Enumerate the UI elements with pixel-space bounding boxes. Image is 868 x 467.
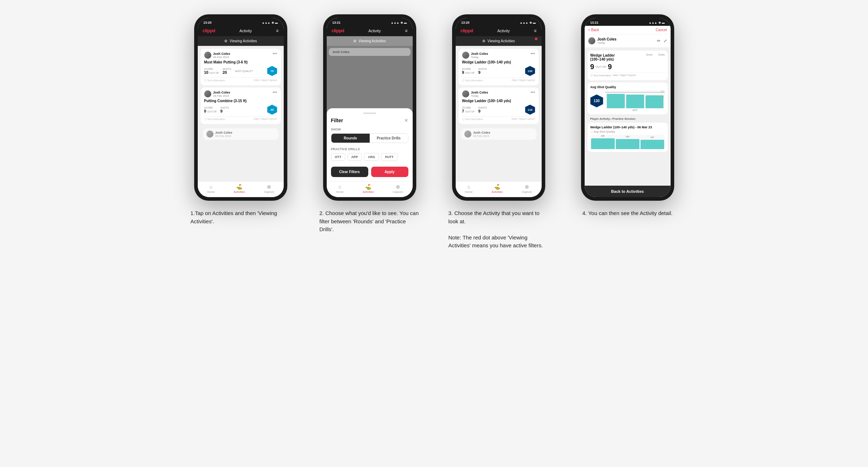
signal-icon-2: ▲▲▲ <box>391 21 399 24</box>
drill-arg-2[interactable]: ARG <box>364 153 379 161</box>
footer-left-1-1: ⓘ Test Information <box>204 79 225 82</box>
chart-area-4: 130 100 50 0 APP <box>605 90 665 111</box>
activities-list-1: Josh Coles 28 Feb 2023 ••• Must Make Put… <box>198 46 284 181</box>
hamburger-icon-3[interactable]: ≡ <box>534 28 536 33</box>
avatar-1-3 <box>206 130 214 138</box>
viewing-banner-2[interactable]: ⚙ Viewing Activities <box>327 36 413 46</box>
nav-capture-1[interactable]: ⊕ Capture <box>264 184 274 194</box>
card-header-1-2: Josh Coles 28 Feb 2023 ••• <box>204 90 277 97</box>
activities-icon-2: ⛳ <box>365 184 371 190</box>
step-4-column: 13:21 ▲▲▲ ⊛ ▬ < Back Cancel Josh C <box>570 14 685 250</box>
capture-icon-1: ⊕ <box>267 184 271 190</box>
detail-user-row-4: Josh Coles Today ✏ ⤢ <box>585 34 671 48</box>
clear-filters-button-2[interactable]: Clear Filters <box>331 167 368 177</box>
quality-badge-1-1: 75 <box>267 66 277 76</box>
step-description-2: 2. Choose what you'd like to see. You ca… <box>320 209 420 234</box>
user-date-1-1: 28 Feb 2023 <box>213 56 230 59</box>
activity-card-1-3-partial[interactable]: Josh Coles 28 Feb 2023 <box>203 128 279 140</box>
toggle-buttons-2: Rounds Practice Drills <box>331 133 408 143</box>
dots-menu-1-2[interactable]: ••• <box>273 90 277 95</box>
signal-icon-1: ▲▲▲ <box>262 21 270 24</box>
close-icon-2[interactable]: ✕ <box>404 118 408 123</box>
phone-screen-3: 13:20 ▲▲▲ ⊛ ▬ clippd Activity ≡ ⚙ Viewin… <box>456 18 542 197</box>
avatar-4 <box>588 37 595 44</box>
phone-2: 13:21 ▲▲▲ ⊛ ▬ clippd Activity ≡ ⚙ View <box>323 14 416 201</box>
phone-3: 13:20 ▲▲▲ ⊛ ▬ clippd Activity ≡ ⚙ Viewin… <box>452 14 545 201</box>
user-name-1-2: Josh Coles <box>213 91 230 94</box>
phone-1: 13:20 ▲▲▲ ⊛ ▬ clippd Activity ≡ ⚙ View <box>194 14 287 201</box>
rounds-toggle-2[interactable]: Rounds <box>331 134 370 143</box>
activity-title-1-1: Must Make Putting (3-6 ft) <box>204 60 277 64</box>
show-label-2: Show <box>331 128 408 131</box>
wifi-icon-1: ⊛ <box>272 21 274 24</box>
stat-score-1-2: Score 0 OUT OF <box>204 106 217 113</box>
activity-card-1-2[interactable]: Josh Coles 28 Feb 2023 ••• Putting Combi… <box>201 87 281 124</box>
stat-shots-1-1: Shots 20 <box>222 68 231 75</box>
back-to-activities-button-4[interactable]: Back to Activities <box>585 186 671 197</box>
dots-menu-3-2[interactable]: ••• <box>531 90 535 95</box>
hamburger-icon-2[interactable]: ≡ <box>405 28 407 33</box>
dots-menu-1-1[interactable]: ••• <box>273 52 277 56</box>
step-3-column: 13:20 ▲▲▲ ⊛ ▬ clippd Activity ≡ ⚙ Viewin… <box>441 14 556 250</box>
nav-home-2[interactable]: ⌂ Home <box>336 184 344 194</box>
back-button-4[interactable]: < Back <box>588 28 599 32</box>
shots-label-1-1: Shots <box>222 68 231 70</box>
quality-label-1-1: Shot Quality <box>235 70 253 72</box>
filter-icon-1: ⚙ <box>224 39 227 43</box>
cancel-button-4[interactable]: Cancel <box>656 28 667 32</box>
home-icon-2: ⌂ <box>338 184 341 190</box>
drill-putt-2[interactable]: PUTT <box>381 153 398 161</box>
user-info-1-3: Josh Coles 28 Feb 2023 <box>206 130 275 138</box>
activity-card-1-1[interactable]: Josh Coles 28 Feb 2023 ••• Must Make Put… <box>201 49 281 85</box>
card-header-1-1: Josh Coles 28 Feb 2023 ••• <box>204 52 277 59</box>
detail-shots-4: 9 <box>608 63 612 71</box>
activities-list-3: Josh Coles Today ••• Wedge Ladder (100–1… <box>456 46 542 181</box>
nav-activities-3[interactable]: ⛳ Activities <box>491 184 503 194</box>
score-label-1-1: Score <box>204 68 219 70</box>
drill-ott-2[interactable]: OTT <box>331 153 345 161</box>
nav-activities-2[interactable]: ⛳ Activities <box>363 184 374 194</box>
nav-home-3[interactable]: ⌂ Home <box>465 184 473 194</box>
practice-drills-label-2: Practice Drills <box>331 147 408 151</box>
phone-screen-4: 13:21 ▲▲▲ ⊛ ▬ < Back Cancel Josh C <box>585 18 671 197</box>
bottom-nav-3: ⌂ Home ⛳ Activities ⊕ Capture <box>456 181 542 197</box>
activity-card-3-1[interactable]: Josh Coles Today ••• Wedge Ladder (100–1… <box>459 49 539 85</box>
step-description-3: 3. Choose the Activity that you want to … <box>449 209 549 250</box>
home-icon-3: ⌂ <box>467 184 470 190</box>
expand-icon-4[interactable]: ⤢ <box>663 38 667 43</box>
filter-overlay-2: Josh Coles Filter ✕ Show Rounds Pr <box>327 46 413 181</box>
viewing-label-1: Viewing Activities <box>230 39 257 43</box>
drill-app-2[interactable]: APP <box>347 153 362 161</box>
apply-button-2[interactable]: Apply <box>371 167 408 177</box>
quality-badge-1-2: 45 <box>267 105 277 115</box>
hamburger-icon-1[interactable]: ≡ <box>276 28 278 33</box>
app-header-3: clippd Activity ≡ <box>456 26 542 36</box>
nav-capture-2[interactable]: ⊕ Capture <box>393 184 403 194</box>
dots-menu-3-1[interactable]: ••• <box>531 52 535 56</box>
practice-drills-toggle-2[interactable]: Practice Drills <box>370 134 408 143</box>
activity-card-3-2[interactable]: Josh Coles Today ••• Wedge Ladder (100–1… <box>459 87 539 124</box>
stat-score-1-1: Score 10 OUT OF <box>204 68 219 75</box>
activity-card-3-3-partial[interactable]: Josh Coles 28 Feb 2023 <box>461 128 537 140</box>
bottom-nav-1: ⌂ Home ⛳ Activities ⊕ Capture <box>198 181 284 197</box>
chart-title-4: Avg Shot Quality <box>590 85 665 89</box>
page-container: 13:20 ▲▲▲ ⊛ ▬ clippd Activity ≡ ⚙ View <box>183 14 685 250</box>
viewing-banner-3[interactable]: ⚙ Viewing Activities <box>456 36 542 46</box>
app-header-2: clippd Activity ≡ <box>327 26 413 36</box>
sheet-handle-2 <box>363 113 376 114</box>
nav-activities-1[interactable]: ⛳ Activities <box>234 184 245 194</box>
battery-icon-1: ▬ <box>275 21 278 24</box>
chart-section-4: Avg Shot Quality 130 <box>588 82 668 114</box>
user-info-1-1: Josh Coles 28 Feb 2023 <box>204 52 230 59</box>
edit-icon-4[interactable]: ✏ <box>657 38 661 43</box>
nav-capture-3[interactable]: ⊕ Capture <box>522 184 532 194</box>
battery-icon-2: ▬ <box>404 21 407 24</box>
phone-notch-2 <box>355 18 384 25</box>
stat-shots-1-2: Shots 9 <box>220 106 229 113</box>
activities-icon-1: ⛳ <box>236 184 242 190</box>
bottom-nav-2: ⌂ Home ⛳ Activities ⊕ Capture <box>327 181 413 197</box>
viewing-banner-1[interactable]: ⚙ Viewing Activities <box>198 36 284 46</box>
nav-home-1[interactable]: ⌂ Home <box>207 184 215 194</box>
filter-sheet-2: Filter ✕ Show Rounds Practice Drills Pra… <box>327 108 413 181</box>
app-header-1: clippd Activity ≡ <box>198 26 284 36</box>
